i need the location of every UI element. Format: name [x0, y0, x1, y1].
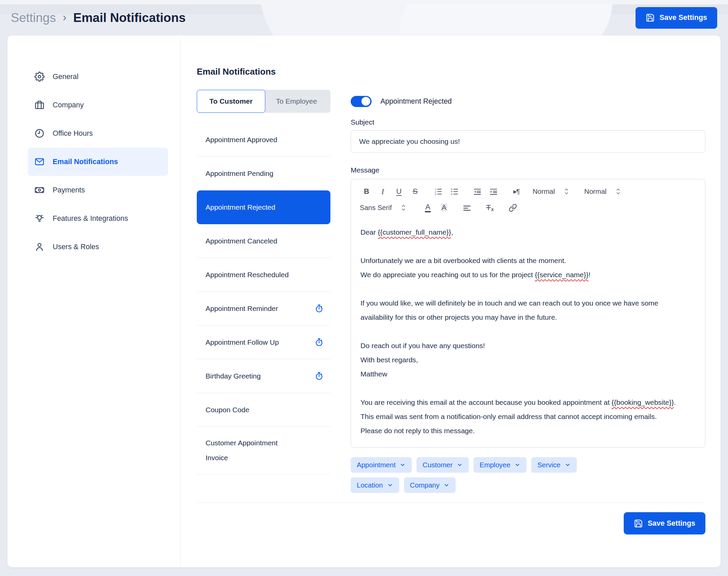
- tag-group-service[interactable]: Service: [531, 457, 576, 473]
- mail-icon: [34, 157, 45, 167]
- main-body: To Customer To Employee Appointment Appr…: [197, 90, 705, 493]
- notification-item-appointment-pending[interactable]: Appointment Pending: [197, 157, 330, 190]
- outdent-button[interactable]: [470, 185, 484, 198]
- appointment-rejected-toggle[interactable]: [351, 96, 372, 107]
- select-arrows-icon: [564, 188, 569, 195]
- subject-input[interactable]: [351, 130, 705, 153]
- message-text: .: [674, 398, 676, 406]
- notification-list: Appointment ApprovedAppointment PendingA…: [197, 123, 330, 474]
- notification-item-birthday-greeting[interactable]: Birthday Greeting: [197, 359, 330, 393]
- empty-line: [360, 239, 679, 254]
- tag-group-location[interactable]: Location: [351, 477, 399, 493]
- empty-line: [360, 324, 679, 339]
- chevron-down-icon: [443, 482, 450, 488]
- message-text: Unfortunately we are a bit overbooked wi…: [360, 257, 566, 264]
- briefcase-icon: [34, 100, 45, 110]
- sidebar-item-label: Email Notifications: [53, 158, 118, 166]
- page-title: Email Notifications: [73, 11, 186, 25]
- italic-button[interactable]: I: [376, 185, 389, 198]
- sidebar-item-company[interactable]: Company: [28, 91, 168, 119]
- tag-group-label: Service: [537, 461, 560, 469]
- save-settings-label: Save Settings: [659, 14, 707, 22]
- sidebar-item-office-hours[interactable]: Office Hours: [28, 119, 168, 148]
- tag-group-customer[interactable]: Customer: [416, 457, 469, 473]
- text-color-button[interactable]: A: [421, 201, 435, 214]
- chevron-right-icon: ›: [63, 10, 66, 24]
- settings-sidebar: GeneralCompanyOffice HoursEmail Notifica…: [7, 35, 181, 567]
- breadcrumb-settings[interactable]: Settings: [11, 11, 56, 25]
- tag-group-appointment[interactable]: Appointment: [351, 457, 412, 473]
- save-icon: [646, 13, 655, 22]
- sidebar-item-label: Users & Roles: [53, 243, 99, 251]
- tag-group-employee[interactable]: Employee: [474, 457, 527, 473]
- message-text: This email was sent from a notification-…: [360, 413, 657, 435]
- sidebar-item-label: Office Hours: [53, 129, 93, 138]
- notification-item-customer-appointment-invoice[interactable]: Customer Appointment Invoice: [197, 427, 330, 474]
- stopwatch-icon: [315, 304, 324, 313]
- header-select-value: Normal: [584, 187, 606, 195]
- message-label: Message: [351, 166, 705, 174]
- section-title: Email Notifications: [197, 67, 705, 77]
- main-panel: Email Notifications To Customer To Emplo…: [181, 35, 721, 567]
- tab-to-employee[interactable]: To Employee: [263, 90, 330, 113]
- sidebar-item-features-and-integrations[interactable]: Features & Integrations: [28, 204, 168, 233]
- chevron-down-icon: [457, 462, 463, 468]
- save-settings-button-top[interactable]: Save Settings: [636, 7, 717, 29]
- notification-item-label: Appointment Reminder: [206, 301, 278, 316]
- notification-item-appointment-rescheduled[interactable]: Appointment Rescheduled: [197, 258, 330, 292]
- sidebar-item-payments[interactable]: Payments: [28, 176, 168, 204]
- message-editor-body[interactable]: Dear {{customer_full_name}}, Unfortunate…: [351, 217, 705, 447]
- editor-toolbar: B I U S 123: [351, 179, 705, 217]
- notification-item-label: Coupon Code: [206, 402, 249, 417]
- stopwatch-icon: [315, 338, 324, 347]
- subject-label: Subject: [351, 118, 705, 126]
- stopwatch-icon: [315, 371, 324, 381]
- placeholder-token: {{customer_full_name}}: [378, 228, 451, 236]
- link-button[interactable]: [506, 201, 520, 214]
- svg-text:3: 3: [435, 192, 436, 195]
- background-color-button[interactable]: A: [437, 201, 451, 214]
- notification-item-label: Birthday Greeting: [206, 369, 261, 384]
- recipient-tabs: To Customer To Employee: [197, 90, 330, 113]
- save-settings-label: Save Settings: [648, 519, 695, 528]
- notification-item-coupon-code[interactable]: Coupon Code: [197, 393, 330, 427]
- save-settings-button-bottom[interactable]: Save Settings: [624, 512, 705, 534]
- align-button[interactable]: [460, 201, 474, 214]
- message-text: If you would like, we will definitely be…: [360, 299, 658, 321]
- notification-item-appointment-reminder[interactable]: Appointment Reminder: [197, 292, 330, 325]
- toggle-row: Appointment Rejected: [351, 90, 705, 113]
- sidebar-item-general[interactable]: General: [28, 62, 168, 91]
- bulb-icon: [34, 213, 45, 224]
- tag-group-company[interactable]: Company: [404, 477, 456, 493]
- size-select-value: Normal: [533, 187, 555, 195]
- ordered-list-button[interactable]: 123: [431, 185, 445, 198]
- indent-button[interactable]: [487, 185, 500, 198]
- notification-item-appointment-approved[interactable]: Appointment Approved: [197, 123, 330, 157]
- top-header: Settings › Email Notifications Save Sett…: [0, 0, 728, 35]
- editor-column: Appointment Rejected Subject Message B I…: [351, 90, 705, 493]
- sidebar-item-email-notifications[interactable]: Email Notifications: [28, 148, 168, 176]
- notification-item-appointment-rejected[interactable]: Appointment Rejected: [197, 190, 330, 224]
- message-text: With best regards,: [360, 356, 418, 364]
- chevron-down-icon: [514, 462, 520, 468]
- font-select[interactable]: Sans Serif: [360, 201, 406, 214]
- placeholder-token: {{booking_website}}: [612, 398, 674, 406]
- text-direction-button[interactable]: ▸¶: [510, 185, 523, 198]
- sidebar-item-label: Company: [53, 101, 84, 109]
- clear-formatting-button[interactable]: Tx: [483, 201, 497, 214]
- tab-to-customer[interactable]: To Customer: [197, 90, 265, 113]
- strike-button[interactable]: S: [408, 185, 422, 198]
- header-select[interactable]: Normal: [584, 185, 620, 198]
- underline-button[interactable]: U: [392, 185, 406, 198]
- notification-item-appointment-follow-up[interactable]: Appointment Follow Up: [197, 325, 330, 359]
- notification-item-appointment-canceled[interactable]: Appointment Canceled: [197, 224, 330, 258]
- message-text: Matthew: [360, 370, 387, 378]
- sidebar-item-label: Features & Integrations: [53, 214, 128, 223]
- tag-group-label: Company: [410, 481, 440, 489]
- gear-icon: [34, 72, 45, 82]
- size-select[interactable]: Normal: [533, 185, 569, 198]
- message-text: Do reach out if you have any questions!: [360, 342, 485, 349]
- sidebar-item-users-and-roles[interactable]: Users & Roles: [28, 233, 168, 261]
- bullet-list-button[interactable]: [448, 185, 461, 198]
- bold-button[interactable]: B: [360, 185, 373, 198]
